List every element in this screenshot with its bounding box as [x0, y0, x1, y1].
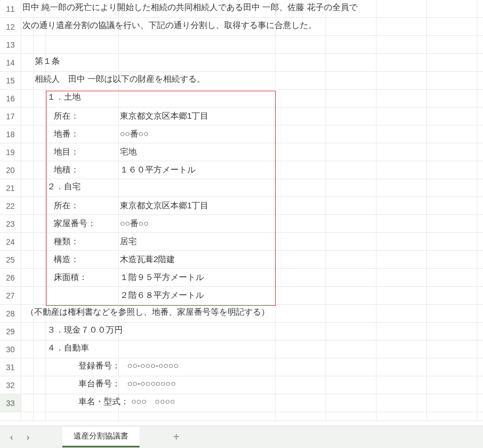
row-16: 16 １．土地 [0, 90, 483, 108]
cell-text[interactable]: ３．現金７００万円 [22, 325, 123, 335]
row-number[interactable]: 15 [0, 72, 21, 89]
row-17: 17 所在： 東京都文京区本郷1丁目 [0, 108, 483, 125]
cell-text[interactable]: ４．自動車 [22, 343, 89, 353]
row-25: 25 構造： 木造瓦葺2階建 [0, 251, 483, 269]
row-number[interactable]: 19 [0, 143, 21, 161]
value-cell[interactable]: ○○○ ○○○○ [131, 396, 175, 406]
label-cell[interactable]: 地積： [46, 161, 119, 179]
row-number[interactable]: 14 [0, 54, 21, 71]
value-cell[interactable]: １６０平方メートル [119, 161, 276, 179]
cell-text[interactable]: 次の通り遺産分割の協議を行い、下記の通り分割し、取得する事に合意した。 [22, 20, 317, 31]
value-cell[interactable]: ○○番○○ [119, 215, 276, 232]
label-cell[interactable]: 構造： [46, 251, 119, 268]
row-number[interactable]: 20 [0, 161, 21, 179]
row-number[interactable]: 32 [0, 376, 21, 394]
row-number[interactable]: 31 [0, 358, 21, 376]
row-number[interactable]: 11 [0, 0, 21, 17]
row-number[interactable]: 22 [0, 197, 21, 214]
row-number[interactable]: 17 [0, 108, 21, 125]
row-13: 13 [0, 36, 483, 54]
row-23: 23 家屋番号： ○○番○○ [0, 215, 483, 233]
row-21: 21 ２．自宅 [0, 179, 483, 197]
row-30: 30 ４．自動車 [0, 340, 483, 358]
row-33: 33 車名・型式： ○○○ ○○○○ [0, 394, 483, 412]
value-cell[interactable]: ○○番○○ [119, 125, 276, 143]
row-number[interactable]: 26 [0, 269, 21, 286]
label-cell[interactable]: 所在： [46, 197, 119, 214]
row-15: 15 相続人 田中 一郎は以下の財産を相続する。 [0, 72, 483, 90]
row-number[interactable]: 30 [0, 340, 21, 358]
label-cell[interactable]: 所在： [46, 108, 119, 125]
label-cell[interactable] [46, 287, 119, 304]
value-cell[interactable]: ２階６８平方メートル [119, 287, 276, 304]
value-cell[interactable]: 宅地 [119, 143, 276, 161]
row-14: 14 第１条 [0, 54, 483, 72]
cell-text[interactable]: 田中 純一郎の死亡により開始した相続の共同相続人である田中 一郎、佐藤 花子の全… [22, 2, 357, 13]
label-cell[interactable]: 床面積： [46, 269, 119, 286]
row-number[interactable]: 13 [0, 36, 21, 53]
label-cell[interactable]: 登録番号： [78, 361, 120, 370]
label-cell[interactable]: 地目： [46, 143, 119, 161]
row-27: 27 ２階６８平方メートル [0, 287, 483, 305]
row-partial [0, 412, 483, 421]
row-18: 18 地番： ○○番○○ [0, 125, 483, 143]
prev-sheet-button[interactable]: ‹ [10, 432, 13, 442]
value-cell[interactable]: ○○‐○○○○○○○ [127, 379, 176, 388]
cell-text[interactable]: 第１条 [22, 56, 60, 67]
row-number[interactable]: 29 [0, 323, 21, 340]
row-number[interactable]: 16 [0, 90, 21, 107]
value-cell[interactable]: 東京都文京区本郷1丁目 [119, 108, 276, 125]
row-22: 22 所在： 東京都文京区本郷1丁目 [0, 197, 483, 215]
row-11: 11 田中 純一郎の死亡により開始した相続の共同相続人である田中 一郎、佐藤 花… [0, 0, 483, 18]
row-28: 28 （不動産は権利書などを参照し、地番、家屋番号等を明記する） [0, 305, 483, 323]
row-32: 32 車台番号： ○○‐○○○○○○○ [0, 376, 483, 394]
add-sheet-button[interactable]: + [173, 431, 180, 444]
label-cell[interactable]: 種類： [46, 233, 119, 250]
cell-text[interactable]: 相続人 田中 一郎は以下の財産を相続する。 [22, 74, 205, 85]
row-number[interactable]: 33 [0, 394, 21, 412]
row-20: 20 地積： １６０平方メートル [0, 161, 483, 179]
sheet-tab-bar: ‹ › 遺産分割協議書 + [0, 426, 483, 448]
cell-text[interactable]: １．土地 [22, 92, 81, 102]
cell-text[interactable]: （不動産は権利書などを参照し、地番、家屋番号等を明記する） [22, 307, 270, 318]
row-26: 26 床面積： １階９５平方メートル [0, 269, 483, 287]
value-cell[interactable]: ○○‐○○○‐○○○○ [127, 361, 179, 370]
next-sheet-button[interactable]: › [26, 432, 29, 442]
value-cell[interactable]: 木造瓦葺2階建 [119, 251, 276, 268]
spreadsheet-grid: 11 田中 純一郎の死亡により開始した相続の共同相続人である田中 一郎、佐藤 花… [0, 0, 483, 426]
row-number[interactable]: 25 [0, 251, 21, 268]
row-number[interactable]: 12 [0, 18, 21, 35]
row-number[interactable]: 21 [0, 179, 21, 197]
label-cell[interactable]: 地番： [46, 125, 119, 143]
row-29: 29 ３．現金７００万円 [0, 323, 483, 340]
row-12: 12 次の通り遺産分割の協議を行い、下記の通り分割し、取得する事に合意した。 [0, 18, 483, 36]
row-31: 31 登録番号： ○○‐○○○‐○○○○ [0, 358, 483, 376]
value-cell[interactable]: 東京都文京区本郷1丁目 [119, 197, 276, 214]
value-cell[interactable]: １階９５平方メートル [119, 269, 276, 286]
row-number[interactable]: 27 [0, 287, 21, 304]
cell-text[interactable]: ２．自宅 [22, 181, 81, 192]
sheet-tab-active[interactable]: 遺産分割協議書 [62, 427, 140, 447]
label-cell[interactable]: 車名・型式： [78, 396, 129, 406]
label-cell[interactable]: 家屋番号： [46, 215, 119, 232]
label-cell[interactable]: 車台番号： [78, 379, 120, 388]
row-24: 24 種類： 居宅 [0, 233, 483, 251]
row-number[interactable]: 23 [0, 215, 21, 232]
row-19: 19 地目： 宅地 [0, 143, 483, 161]
row-number[interactable] [0, 412, 21, 421]
row-number[interactable]: 24 [0, 233, 21, 250]
value-cell[interactable]: 居宅 [119, 233, 276, 250]
row-number[interactable]: 28 [0, 305, 21, 322]
row-number[interactable]: 18 [0, 125, 21, 143]
